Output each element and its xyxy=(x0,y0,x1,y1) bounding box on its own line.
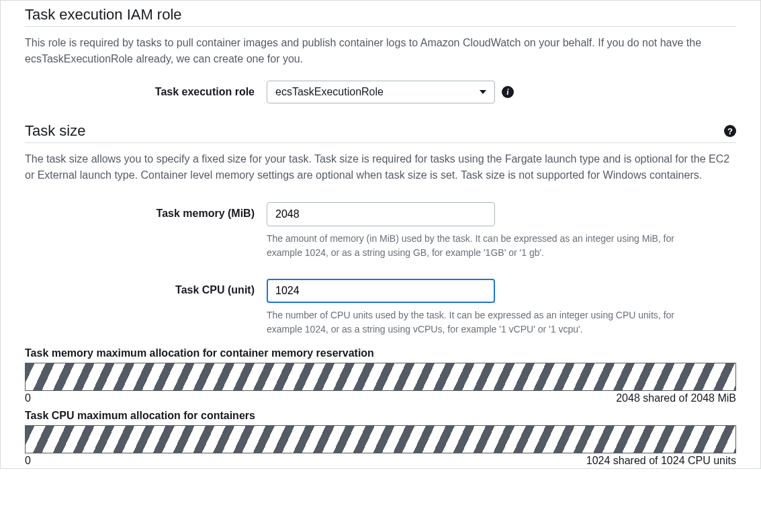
task-execution-role-select[interactable]: ecsTaskExecutionRole xyxy=(267,81,495,103)
task-execution-role-row: Task execution role ecsTaskExecutionRole… xyxy=(25,81,736,103)
mem-alloc-footer: 0 2048 shared of 2048 MiB xyxy=(25,392,736,404)
task-memory-row: Task memory (MiB) The amount of memory (… xyxy=(25,202,736,260)
help-icon[interactable]: ? xyxy=(724,125,736,137)
info-icon[interactable]: i xyxy=(502,86,514,98)
cpu-alloc-bar xyxy=(25,425,736,453)
tasksize-title: Task size xyxy=(25,122,85,140)
cpu-alloc-label: Task CPU maximum allocation for containe… xyxy=(25,410,736,422)
task-execution-role-label: Task execution role xyxy=(25,81,267,98)
mem-alloc-label: Task memory maximum allocation for conta… xyxy=(25,347,736,359)
iam-role-section: Task execution IAM role This role is req… xyxy=(1,1,760,103)
task-execution-role-value: ecsTaskExecutionRole xyxy=(275,86,384,98)
task-size-section: Task size ? The task size allows you to … xyxy=(1,114,760,467)
task-memory-input[interactable] xyxy=(267,202,495,226)
task-cpu-row: Task CPU (unit) The number of CPU units … xyxy=(25,279,736,337)
iam-description: This role is required by tasks to pull c… xyxy=(25,35,736,67)
cpu-alloc-min: 0 xyxy=(25,455,31,467)
chevron-down-icon xyxy=(480,90,486,94)
cpu-alloc-footer: 0 1024 shared of 1024 CPU units xyxy=(25,455,736,467)
task-cpu-help: The number of CPU units used by the task… xyxy=(267,308,710,337)
task-cpu-label: Task CPU (unit) xyxy=(25,279,267,296)
task-memory-label: Task memory (MiB) xyxy=(25,202,267,220)
iam-section-header: Task execution IAM role xyxy=(25,1,736,27)
iam-section-title: Task execution IAM role xyxy=(25,6,182,24)
task-definition-form: Task execution IAM role This role is req… xyxy=(0,0,761,469)
cpu-alloc-status: 1024 shared of 1024 CPU units xyxy=(586,455,736,467)
tasksize-section-header: Task size ? xyxy=(25,114,736,143)
tasksize-description: The task size allows you to specify a fi… xyxy=(25,151,736,183)
task-memory-help: The amount of memory (in MiB) used by th… xyxy=(267,232,710,260)
mem-alloc-bar xyxy=(25,363,736,391)
mem-alloc-min: 0 xyxy=(25,392,31,404)
mem-alloc-status: 2048 shared of 2048 MiB xyxy=(616,392,736,404)
task-cpu-input[interactable] xyxy=(267,279,495,303)
